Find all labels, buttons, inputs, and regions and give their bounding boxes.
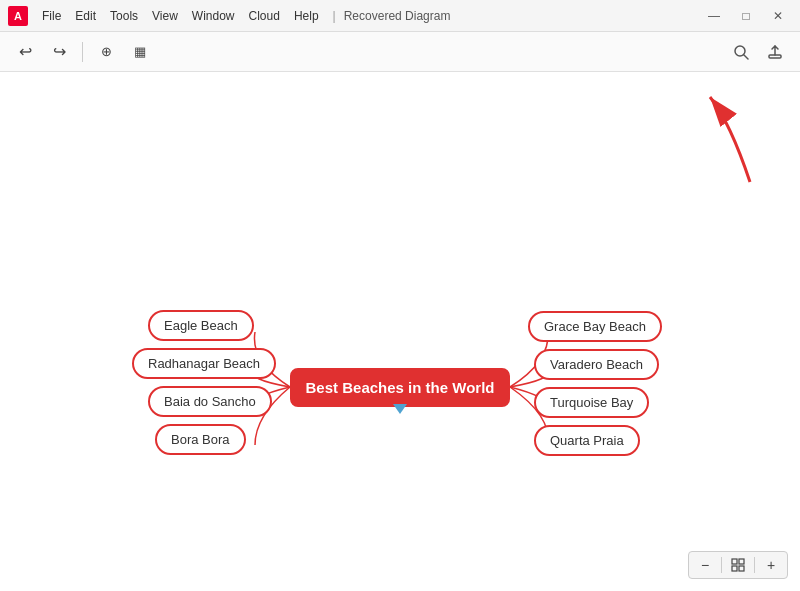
window-controls: — □ ✕ (700, 5, 792, 27)
svg-rect-7 (732, 566, 737, 571)
fit-button[interactable] (726, 554, 750, 576)
menu-item-window[interactable]: Window (186, 7, 241, 25)
redo-button[interactable]: ↪ (44, 38, 74, 66)
node-varadero-beach[interactable]: Varadero Beach (534, 349, 659, 380)
node-turquoise-bay[interactable]: Turquoise Bay (534, 387, 649, 418)
app-logo: A (8, 6, 28, 26)
toolbar: ↩ ↪ ⊕ ▦ (0, 32, 800, 72)
svg-rect-5 (732, 559, 737, 564)
menu-bar: FileEditToolsViewWindowCloudHelp (36, 7, 325, 25)
search-button[interactable] (726, 38, 756, 66)
menu-item-file[interactable]: File (36, 7, 67, 25)
svg-line-1 (744, 55, 748, 59)
title-separator: | (333, 9, 336, 23)
zoom-controls: − + (688, 551, 788, 579)
node-grace-bay-beach[interactable]: Grace Bay Beach (528, 311, 662, 342)
menu-item-help[interactable]: Help (288, 7, 325, 25)
node-baia-do-sancho[interactable]: Baia do Sancho (148, 386, 272, 417)
svg-rect-6 (739, 559, 744, 564)
undo-button[interactable]: ↩ (10, 38, 40, 66)
minimize-button[interactable]: — (700, 5, 728, 27)
toolbar-right (726, 38, 790, 66)
node-eagle-beach[interactable]: Eagle Beach (148, 310, 254, 341)
menu-item-view[interactable]: View (146, 7, 184, 25)
close-button[interactable]: ✕ (764, 5, 792, 27)
connections-svg (0, 72, 800, 591)
diagram-canvas[interactable]: Best Beaches in the World Eagle Beach Ra… (0, 72, 800, 591)
toolbar-separator-1 (82, 42, 83, 62)
export-button[interactable] (760, 38, 790, 66)
menu-item-edit[interactable]: Edit (69, 7, 102, 25)
zoom-separator-2 (754, 557, 755, 573)
layout-button[interactable]: ▦ (125, 38, 155, 66)
menu-item-cloud[interactable]: Cloud (243, 7, 286, 25)
node-bora-bora[interactable]: Bora Bora (155, 424, 246, 455)
zoom-separator-1 (721, 557, 722, 573)
node-quarta-praia[interactable]: Quarta Praia (534, 425, 640, 456)
maximize-button[interactable]: □ (732, 5, 760, 27)
document-title: Recovered Diagram (344, 9, 451, 23)
embed-button[interactable]: ⊕ (91, 38, 121, 66)
zoom-out-button[interactable]: − (693, 554, 717, 576)
menu-item-tools[interactable]: Tools (104, 7, 144, 25)
svg-rect-8 (739, 566, 744, 571)
center-node[interactable]: Best Beaches in the World (290, 368, 510, 407)
title-bar: A FileEditToolsViewWindowCloudHelp | Rec… (0, 0, 800, 32)
zoom-in-button[interactable]: + (759, 554, 783, 576)
svg-rect-3 (769, 55, 781, 58)
node-radhanagar-beach[interactable]: Radhanagar Beach (132, 348, 276, 379)
